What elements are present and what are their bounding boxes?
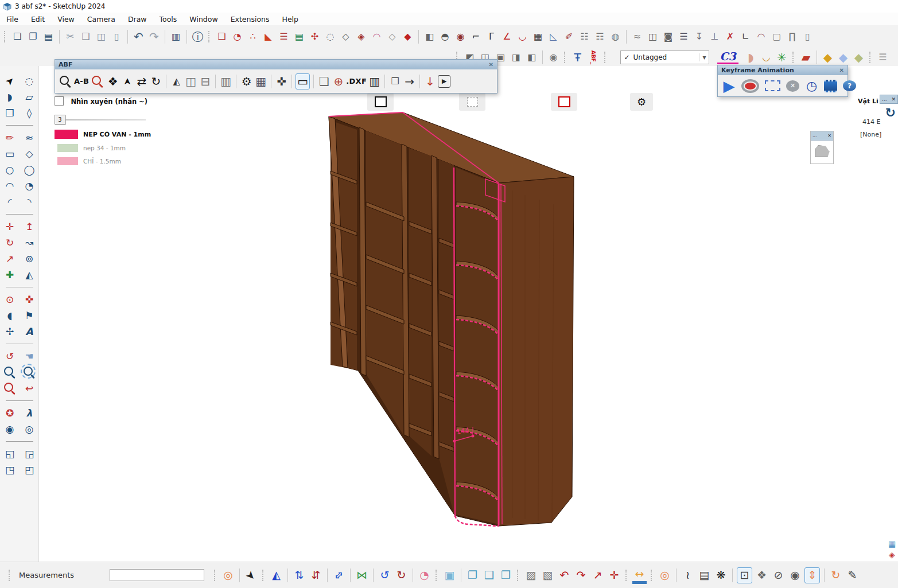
style-dashed-button[interactable] (459, 93, 485, 111)
overflow-dots-icon[interactable]: ... (882, 96, 887, 102)
paint-config-icon[interactable]: ✎ (845, 568, 860, 583)
ruler-tool-icon[interactable]: ↔ (632, 566, 647, 584)
play-icon[interactable]: ▶ (722, 79, 736, 94)
black-arrow-icon[interactable]: ➤ (241, 564, 262, 585)
collapsed-tool-panel[interactable]: ... ✕ (810, 131, 834, 164)
select-cursor-icon[interactable]: ➤ (120, 75, 135, 88)
polygon-tool-thumb-icon[interactable] (815, 145, 830, 157)
toolbar-separator (291, 75, 292, 88)
keyframe-panel-title: Keyframe Animation (721, 67, 794, 74)
abf-toolbar: ABF ✕ A-B❖➤⇄↻◭◫⊟▥⚙▦✜▭❏⊕.DXF▥❒→↓▶ (55, 59, 497, 94)
arc-protractor-icon[interactable]: ◔ (417, 568, 431, 583)
diagonal-arrows-icon[interactable]: ⇕ (329, 564, 349, 585)
drawing-tools-icon[interactable]: ⊡ (737, 567, 752, 583)
flip-arrows-icon[interactable]: ⇄ (135, 74, 148, 89)
show-dots-eye-icon[interactable]: ◉ (788, 568, 802, 583)
toolbar-separator (373, 568, 374, 582)
axis-target-icon[interactable]: ⊕ (332, 74, 345, 89)
close-icon[interactable]: ✕ (489, 61, 493, 68)
close-icon[interactable]: ✕ (827, 133, 831, 138)
texture-rotate-left-icon[interactable]: ↶ (557, 568, 572, 583)
hide-edges-icon[interactable]: ⊘ (771, 568, 786, 583)
collapsed-panel-titlebar[interactable]: ... ✕ (811, 131, 833, 141)
copy-group-icon[interactable]: ❒ (499, 568, 513, 583)
table-icon[interactable]: ▦ (254, 74, 267, 89)
dxf-label[interactable]: .DXF (346, 74, 367, 89)
texture-rotate-up-icon[interactable]: ↗ (590, 568, 605, 583)
flag-tool-icon[interactable]: ◭ (269, 568, 283, 583)
legend-label: nep 34 - 1mm (83, 145, 126, 151)
close-icon[interactable]: ✕ (891, 96, 896, 102)
abf-rings-logo-icon[interactable]: ◎ (221, 568, 235, 583)
materials-mini-titlebar[interactable]: ... ✕ (880, 95, 898, 104)
sync-rotate-icon[interactable]: ↻ (149, 74, 162, 89)
panel-right-icon[interactable]: ⊟ (199, 74, 212, 89)
spider-tool-icon[interactable]: ❋ (714, 568, 728, 583)
paste-in-place-icon[interactable]: ▣ (442, 568, 457, 583)
delete-keys-icon[interactable]: ✕ (786, 80, 799, 92)
measurements-input[interactable] (110, 569, 204, 581)
keyframe-panel-titlebar[interactable]: Keyframe Animation ✕ (718, 65, 848, 75)
node-graph-icon[interactable]: ❖ (755, 568, 769, 583)
arrows-downup-icon[interactable]: ⇵ (309, 568, 323, 583)
legend-item[interactable]: nep 34 - 1mm (55, 144, 151, 152)
docked-panel-red-icon[interactable]: ◈ (888, 550, 897, 559)
report-print-icon[interactable]: ▥ (368, 74, 381, 89)
undo-blue-icon[interactable]: ↺ (378, 568, 392, 583)
ab-label[interactable]: A-B (74, 74, 89, 89)
arrow-right-icon[interactable]: → (403, 74, 416, 89)
legend-swatch (55, 130, 78, 139)
xray-checkbox[interactable] (55, 96, 64, 106)
docked-panel-blue-icon[interactable]: ▦ (888, 539, 897, 548)
edge-band-legend: Nhìn xuyên (nhấn ~) 3 NEP CÓ VAN - 1mm n… (55, 96, 151, 165)
legend-item[interactable]: CHỈ - 1.5mm (55, 157, 151, 165)
abf-toolbar-titlebar[interactable]: ABF ✕ (55, 60, 497, 69)
timing-icon[interactable]: ◷ (805, 79, 818, 94)
search-red-icon[interactable] (92, 76, 101, 85)
model-cabinet[interactable]: 144 (329, 112, 574, 526)
texture-edge-icon[interactable]: ▧ (541, 568, 555, 583)
orbit-icon[interactable]: ↻ (885, 106, 896, 120)
texture-spread-icon[interactable]: ✛ (607, 568, 621, 583)
export-video-icon[interactable] (824, 80, 837, 92)
search-icon[interactable] (60, 76, 69, 85)
copy-outline-icon[interactable]: ❐ (465, 568, 480, 583)
help-icon[interactable]: ? (843, 80, 856, 91)
copy-filled-icon[interactable]: ❑ (482, 568, 496, 583)
record-icon[interactable] (741, 79, 759, 93)
columns-icon[interactable]: ▥ (219, 74, 232, 89)
texture-face-icon[interactable]: ▨ (524, 568, 538, 583)
settings-gear-icon[interactable]: ⚙ (240, 74, 253, 89)
tag-add-icon[interactable]: ❖ (106, 74, 119, 89)
legend-slider-track[interactable] (65, 119, 146, 120)
abf-rings-logo2-icon[interactable]: ◎ (658, 568, 672, 583)
display-box-icon[interactable]: ▭ (296, 73, 310, 89)
arrows-updown-icon[interactable]: ⇅ (292, 568, 306, 583)
legend-label: NEP CÓ VAN - 1mm (83, 131, 151, 138)
download-icon[interactable]: ↓ (423, 74, 437, 89)
style-settings-button[interactable]: ⚙ (630, 93, 653, 111)
style-solid-button[interactable] (367, 93, 394, 111)
legend-item[interactable]: NEP CÓ VAN - 1mm (55, 130, 151, 139)
person-scale-icon[interactable]: ⇕ (804, 567, 820, 583)
book-export-icon[interactable]: ◭ (170, 74, 183, 89)
sync-refresh-icon[interactable]: ↻ (829, 568, 843, 583)
materials-panel: Vật Li ... ✕ ↻ 414 E [None] (858, 94, 898, 143)
texture-rotate-right-icon[interactable]: ↷ (574, 568, 588, 583)
redo-red-icon[interactable]: ↻ (394, 568, 409, 583)
box-export-icon[interactable]: ❒ (388, 74, 402, 89)
move-point-icon[interactable]: ✜ (275, 74, 288, 89)
overflow-dots-icon[interactable]: ... (813, 133, 817, 138)
close-icon[interactable]: ✕ (839, 67, 844, 73)
toolbar-separator (166, 75, 166, 88)
style-red-button[interactable] (551, 93, 577, 111)
panel-left-icon[interactable]: ◫ (184, 74, 197, 89)
toolbar-grip (262, 570, 265, 581)
legend-count-stepper[interactable]: 3 (55, 115, 65, 124)
layout-panels-icon[interactable]: ❏ (317, 74, 331, 89)
select-keys-icon[interactable] (765, 80, 780, 91)
cutlist-icon[interactable]: ▤ (697, 568, 712, 583)
lasso-select-icon[interactable]: ≀ (681, 568, 695, 583)
bowtie-flip-icon[interactable]: ⋈ (355, 568, 369, 583)
play-box-icon[interactable]: ▶ (438, 75, 450, 88)
